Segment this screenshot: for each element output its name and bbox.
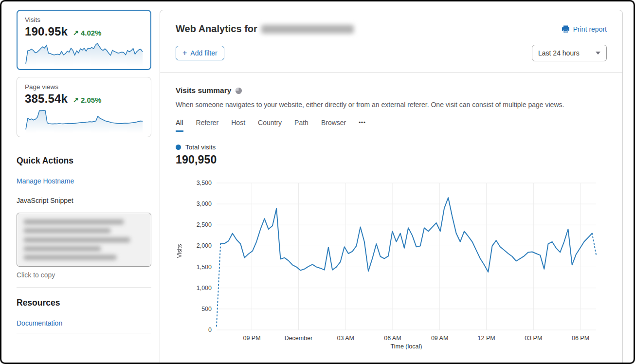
js-snippet-code-box[interactable] xyxy=(17,213,151,267)
visits-summary-section: Visits summary When someone navigates to… xyxy=(160,73,622,349)
svg-text:1,000: 1,000 xyxy=(197,285,212,291)
js-snippet-label: JavaScript Snippet xyxy=(17,197,151,204)
svg-text:Time (local): Time (local) xyxy=(391,343,422,349)
visits-summary-description: When someone navigates to your website, … xyxy=(176,101,607,109)
resources-heading: Resources xyxy=(17,298,151,308)
trend-up-icon: ↗ xyxy=(73,96,79,104)
svg-text:09 PM: 09 PM xyxy=(243,335,260,342)
add-filter-button[interactable]: + Add filter xyxy=(176,46,224,60)
plus-icon: + xyxy=(182,49,187,57)
sidebar: Visits 190.95k ↗ 4.02% Page views 385.54… xyxy=(17,10,151,363)
app-window: Visits 190.95k ↗ 4.02% Page views 385.54… xyxy=(0,0,635,364)
svg-text:12 PM: 12 PM xyxy=(478,335,495,342)
legend-dot-icon xyxy=(176,145,181,150)
tab-referer[interactable]: Referer xyxy=(196,119,219,132)
tab-all[interactable]: All xyxy=(176,119,183,132)
total-visits-value: 190,950 xyxy=(176,153,607,166)
blurred-code-line xyxy=(24,246,101,251)
page-title: Web Analytics for xyxy=(176,23,257,35)
svg-text:09 AM: 09 AM xyxy=(431,335,448,342)
visits-summary-title: Visits summary xyxy=(176,86,231,95)
metric-label: Visits xyxy=(25,16,143,23)
metric-sparkline xyxy=(25,40,144,67)
divider xyxy=(17,333,151,333)
divider xyxy=(17,191,151,191)
main-header: Web Analytics for Print report + xyxy=(160,10,622,73)
print-report-link[interactable]: Print report xyxy=(562,25,607,33)
metric-value: 190.95k xyxy=(25,25,68,38)
svg-text:06 PM: 06 PM xyxy=(572,335,589,342)
blurred-code-line xyxy=(24,219,124,224)
visits-chart: 05001,0001,5002,0002,5003,0003,50009 PMD… xyxy=(183,178,600,349)
legend-label: Total visits xyxy=(185,144,216,151)
tab-host[interactable]: Host xyxy=(231,119,245,132)
trend-up-badge: ↗ 2.05% xyxy=(73,96,101,105)
trend-up-icon: ↗ xyxy=(73,29,79,37)
printer-icon xyxy=(562,25,570,33)
svg-text:06 AM: 06 AM xyxy=(384,335,401,342)
trend-value: 2.05% xyxy=(81,96,102,104)
pie-chart-icon xyxy=(235,87,242,94)
metric-card-visits[interactable]: Visits 190.95k ↗ 4.02% xyxy=(17,10,151,70)
trend-value: 4.02% xyxy=(81,29,102,37)
blurred-domain xyxy=(261,25,354,34)
svg-text:December: December xyxy=(285,335,313,342)
trend-up-badge: ↗ 4.02% xyxy=(73,29,101,37)
documentation-link[interactable]: Documentation xyxy=(17,319,62,327)
tab-path[interactable]: Path xyxy=(294,119,308,132)
tabs-more-icon[interactable]: ••• xyxy=(359,119,366,131)
svg-text:03 AM: 03 AM xyxy=(337,335,354,342)
caret-down-icon xyxy=(596,52,600,55)
blurred-code-line xyxy=(24,255,116,260)
metric-value: 385.54k xyxy=(25,92,68,106)
time-range-value: Last 24 hours xyxy=(538,49,580,57)
svg-text:03 PM: 03 PM xyxy=(525,335,542,342)
quick-actions-heading: Quick Actions xyxy=(17,156,151,166)
svg-text:500: 500 xyxy=(201,306,212,312)
visits-chart-area: Visits 05001,0001,5002,0002,5003,0003,50… xyxy=(176,178,607,349)
svg-text:2,000: 2,000 xyxy=(197,242,212,249)
chart-legend: Total visits xyxy=(176,144,607,151)
tab-country[interactable]: Country xyxy=(258,119,282,132)
svg-text:0: 0 xyxy=(208,327,212,333)
y-axis-label: Visits xyxy=(176,178,183,324)
manage-hostname-link[interactable]: Manage Hostname xyxy=(17,177,74,185)
metric-card-page-views[interactable]: Page views 385.54k ↗ 2.05% xyxy=(17,77,151,137)
metric-sparkline xyxy=(25,108,144,134)
blurred-code-line xyxy=(24,228,110,233)
time-range-select[interactable]: Last 24 hours xyxy=(532,45,607,61)
print-report-label: Print report xyxy=(573,25,607,33)
tab-browser[interactable]: Browser xyxy=(321,119,346,132)
svg-text:1,500: 1,500 xyxy=(197,264,212,271)
main-panel: Web Analytics for Print report + xyxy=(160,10,623,364)
click-to-copy-hint: Click to copy xyxy=(17,271,151,279)
svg-text:3,000: 3,000 xyxy=(197,200,212,207)
add-filter-label: Add filter xyxy=(190,49,217,57)
divider xyxy=(17,287,151,288)
summary-tabs: AllRefererHostCountryPathBrowser••• xyxy=(176,119,607,132)
metric-label: Page views xyxy=(25,83,143,91)
blurred-code-line xyxy=(24,237,130,242)
svg-text:3,500: 3,500 xyxy=(197,180,212,186)
svg-text:2,500: 2,500 xyxy=(197,221,212,228)
